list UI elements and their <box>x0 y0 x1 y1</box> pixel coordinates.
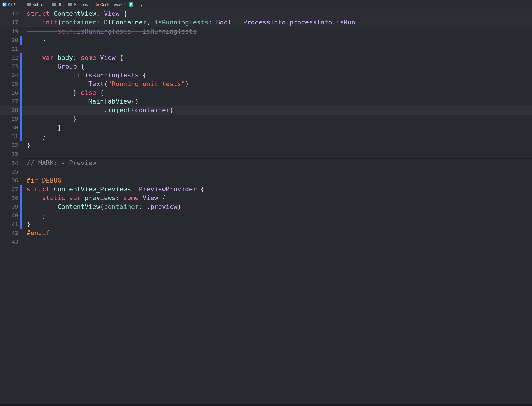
change-bar <box>20 45 22 53</box>
breadcrumb-label: ContentView <box>100 2 122 7</box>
code-content: #if DEBUG <box>22 176 532 185</box>
code-line[interactable]: 37struct ContentView_Previews: PreviewPr… <box>0 185 532 194</box>
breadcrumb-item[interactable]: KitPilot <box>2 2 20 7</box>
change-bar <box>20 237 22 246</box>
code-line[interactable]: 39 ContentView(container: .preview) <box>0 202 532 211</box>
breadcrumb-label: KitPilot <box>8 2 20 7</box>
breadcrumb-label: UI <box>57 2 61 7</box>
breadcrumb-label: KitPilot <box>32 2 44 7</box>
code-content: self.isRunningTests = isRunningTests <box>22 27 532 36</box>
breadcrumb-label: body <box>134 2 142 7</box>
code-line[interactable]: 31 } <box>0 132 532 141</box>
line-number: 30 <box>0 123 20 132</box>
line-number: 36 <box>0 176 20 185</box>
line-number: 25 <box>0 80 20 88</box>
line-number: 32 <box>0 141 20 150</box>
change-bar <box>20 150 22 158</box>
code-line[interactable]: 21 <box>0 45 532 53</box>
breadcrumb-item[interactable]: UI <box>51 2 62 7</box>
line-number: 12 <box>0 9 20 18</box>
chevron-right-icon: 〉 <box>20 2 26 7</box>
breadcrumb[interactable]: KitPilot〉KitPilot〉UI〉Screens〉ContentView… <box>0 0 532 9</box>
code-content: ContentView(container: .preview) <box>22 202 532 211</box>
line-number: 27 <box>0 97 20 106</box>
code-content: } <box>22 141 532 150</box>
line-number: 22 <box>0 53 20 62</box>
breadcrumb-label: Screens <box>74 2 88 7</box>
code-line[interactable]: 12struct ContentView: View { <box>0 9 532 18</box>
code-line[interactable]: 29 } <box>0 115 532 123</box>
code-content: struct ContentView_Previews: PreviewProv… <box>22 185 532 194</box>
line-number: 34 <box>0 159 20 167</box>
code-line[interactable]: 42#endif <box>0 229 532 237</box>
bottom-bar <box>0 404 532 406</box>
code-content: } else { <box>22 88 532 97</box>
code-line[interactable]: 43 <box>0 237 532 246</box>
code-content: } <box>22 132 532 141</box>
folder-icon <box>27 3 31 6</box>
chevron-right-icon: 〉 <box>122 2 128 7</box>
code-content: } <box>22 123 532 132</box>
code-content: Group { <box>22 62 532 71</box>
code-content: #endif <box>22 229 532 237</box>
code-content: .inject(container) <box>22 106 532 115</box>
code-content: if isRunningTests { <box>22 71 532 80</box>
line-number: 42 <box>0 229 20 237</box>
code-content: var body: some View { <box>22 53 532 62</box>
code-line[interactable]: 38 static var previews: some View { <box>0 194 532 202</box>
code-line[interactable]: 20 } <box>0 36 532 45</box>
code-editor[interactable]: 19 self.isRunningTests = isRunningTests2… <box>0 27 532 246</box>
line-number: 31 <box>0 132 20 141</box>
line-number: 21 <box>0 45 20 53</box>
line-number: 35 <box>0 167 20 176</box>
breadcrumb-item[interactable]: KitPilot <box>26 2 45 7</box>
line-number: 29 <box>0 115 20 123</box>
breadcrumb-item[interactable]: ContentView <box>94 2 122 7</box>
code-line[interactable]: 24 if isRunningTests { <box>0 71 532 80</box>
folder-icon <box>51 3 56 6</box>
line-number: 28 <box>0 106 20 115</box>
code-line[interactable]: 27 MainTabView() <box>0 97 532 106</box>
code-content: init(container: DIContainer, isRunningTe… <box>22 18 532 27</box>
line-number: 39 <box>0 202 20 211</box>
code-content: } <box>22 211 532 220</box>
chevron-right-icon: 〉 <box>62 2 67 7</box>
code-line[interactable]: 28 .inject(container) <box>0 106 532 115</box>
breadcrumb-item[interactable]: Pbody <box>128 2 143 7</box>
code-content: Text("Running unit tests") <box>22 80 532 88</box>
app-icon <box>2 2 7 7</box>
code-content: MainTabView() <box>22 97 532 106</box>
swift-icon <box>95 2 99 7</box>
code-line[interactable]: 35 <box>0 167 532 176</box>
folder-icon <box>68 3 73 6</box>
code-line[interactable]: 25 Text("Running unit tests") <box>0 80 532 88</box>
line-number: 17 <box>0 18 20 27</box>
code-content: } <box>22 220 532 229</box>
code-content: // MARK: - Preview <box>22 159 532 167</box>
code-line[interactable]: 34// MARK: - Preview <box>0 159 532 167</box>
chevron-right-icon: 〉 <box>45 2 51 7</box>
line-number: 26 <box>0 88 20 97</box>
code-content: static var previews: some View { <box>22 194 532 202</box>
line-number: 43 <box>0 237 20 246</box>
code-line[interactable]: 26 } else { <box>0 88 532 97</box>
code-line[interactable]: 32} <box>0 141 532 150</box>
code-content: } <box>22 36 532 45</box>
code-line[interactable]: 17 init(container: DIContainer, isRunnin… <box>0 18 532 27</box>
code-line[interactable]: 30 } <box>0 123 532 132</box>
code-line[interactable]: 22 var body: some View { <box>0 53 532 62</box>
svg-rect-2 <box>4 4 5 5</box>
code-line[interactable]: 33 <box>0 150 532 158</box>
line-number: 23 <box>0 62 20 71</box>
svg-text:P: P <box>130 3 132 6</box>
code-line[interactable]: 19 self.isRunningTests = isRunningTests <box>0 27 532 36</box>
breadcrumb-item[interactable]: Screens <box>67 2 88 7</box>
change-bar <box>20 167 22 176</box>
code-line[interactable]: 36#if DEBUG <box>0 176 532 185</box>
code-line[interactable]: 40 } <box>0 211 532 220</box>
code-content: struct ContentView: View { <box>22 9 532 18</box>
code-line[interactable]: 23 Group { <box>0 62 532 71</box>
code-content: } <box>22 115 532 123</box>
line-number: 41 <box>0 220 20 229</box>
code-line[interactable]: 41} <box>0 220 532 229</box>
